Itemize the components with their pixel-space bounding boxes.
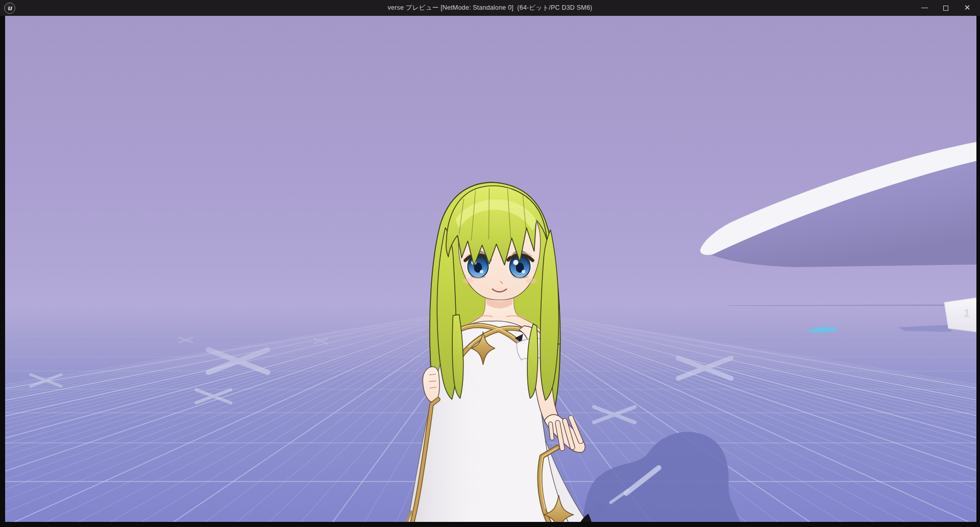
minimize-button[interactable] bbox=[914, 0, 935, 16]
box-number-label: 1 bbox=[963, 306, 970, 320]
game-preview-viewport[interactable]: 1 bbox=[5, 16, 976, 522]
maximize-icon bbox=[943, 6, 948, 11]
window-titlebar[interactable]: u verse プレビュー [NetMode: Standalone 0] (6… bbox=[0, 0, 980, 16]
minimize-icon bbox=[921, 8, 928, 8]
maximize-button[interactable] bbox=[935, 0, 957, 16]
window-title: verse プレビュー [NetMode: Standalone 0] (64-… bbox=[0, 0, 980, 16]
unreal-engine-logo-icon: u bbox=[4, 3, 15, 14]
3d-scene: 1 bbox=[5, 16, 976, 522]
close-icon: ✕ bbox=[964, 4, 971, 12]
window-controls: ✕ bbox=[914, 0, 978, 16]
close-button[interactable]: ✕ bbox=[957, 0, 978, 16]
